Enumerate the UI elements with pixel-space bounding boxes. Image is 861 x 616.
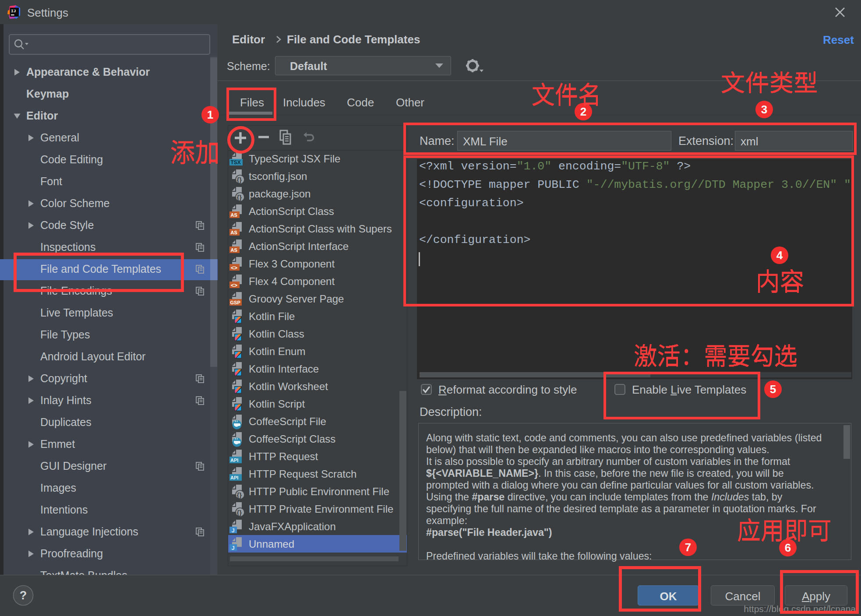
svg-text:J: J <box>232 545 235 551</box>
svg-text:{}: {} <box>237 194 242 201</box>
svg-text:TSX: TSX <box>231 159 241 165</box>
svg-text:AS: AS <box>231 212 237 218</box>
svg-text:AS: AS <box>231 247 237 253</box>
svg-text:AS: AS <box>231 230 237 235</box>
svg-text:API: API <box>230 475 238 480</box>
svg-text:?: ? <box>20 589 27 602</box>
svg-text:IJ: IJ <box>11 9 16 14</box>
svg-text:<>: <> <box>231 282 238 289</box>
svg-text:J: J <box>232 527 235 534</box>
svg-text:{}: {} <box>237 509 242 516</box>
svg-text:GSP: GSP <box>230 300 240 305</box>
svg-text:{}: {} <box>237 176 242 183</box>
svg-text:<>: <> <box>231 264 238 271</box>
svg-text:{}: {} <box>237 491 242 499</box>
svg-text:API: API <box>230 458 238 463</box>
